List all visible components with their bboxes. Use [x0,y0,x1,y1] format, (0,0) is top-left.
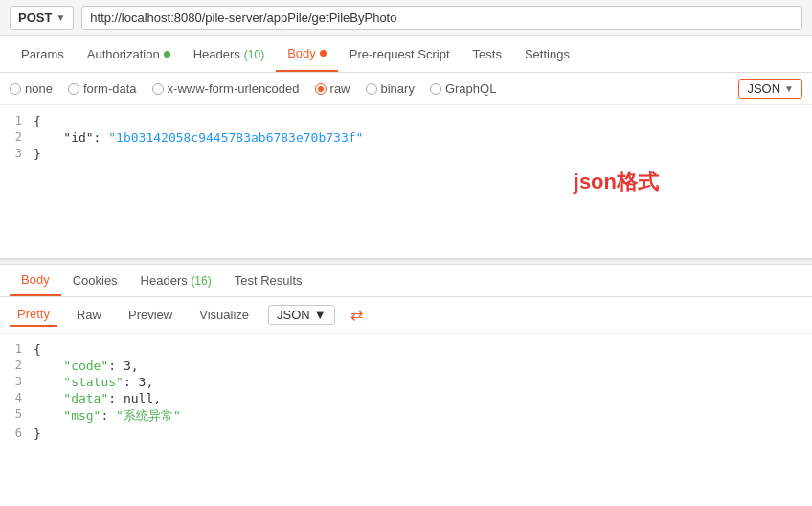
tab-settings[interactable]: Settings [513,37,581,71]
resp-line-content-2: "code": 3, [34,358,139,373]
tab-body-label: Body [287,46,316,60]
option-x-www-label: x-www-form-urlencoded [168,81,300,96]
resp-line-6: 6 } [0,426,812,442]
wrap-lines-icon[interactable]: ⇄ [350,306,363,324]
tab-authorization-label: Authorization [87,47,160,61]
resp-tab-pretty[interactable]: Pretty [10,303,57,327]
headers-count: (10) [244,48,264,61]
resp-tab-preview[interactable]: Preview [121,304,180,326]
tab-settings-label: Settings [525,47,570,61]
line-num-1: 1 [0,114,34,127]
request-body-editor[interactable]: 1 { 2 "id": "1b03142058c9445783ab6783e70… [0,105,812,259]
resp-line-content-1: { [34,342,41,356]
option-form-data[interactable]: form-data [68,81,137,96]
resp-colon-3: : [108,391,124,405]
json-format-label: JSON [747,81,780,96]
line-num-3: 3 [0,147,34,160]
json-format-chevron-icon: ▼ [784,83,794,94]
resp-line-num-1: 1 [0,342,34,356]
resp-line-num-2: 2 [0,358,34,372]
resp-val-data: null, [124,391,161,405]
tab-params-label: Params [21,47,64,61]
resp-line-num-4: 4 [0,391,34,404]
response-options-bar: Pretty Raw Preview Visualize JSON ▼ ⇄ [0,297,812,334]
resp-tab-visualize[interactable]: Visualize [192,304,257,326]
tab-params[interactable]: Params [10,37,76,71]
option-binary[interactable]: binary [366,81,415,96]
resp-key-data: "data" [34,391,108,405]
option-raw-label: raw [330,81,350,96]
resp-key-code: "code" [34,358,108,373]
radio-binary-icon [366,83,377,95]
response-tabs-bar: Body Cookies Headers (16) Test Results [0,264,812,297]
url-bar: POST ▼ [0,0,812,36]
request-tabs-bar: Params Authorization Headers (10) Body P… [0,36,812,73]
response-tab-cookies-label: Cookies [73,273,118,288]
option-binary-label: binary [381,81,415,96]
resp-tab-preview-label: Preview [128,308,172,322]
resp-key-msg: "msg" [34,408,101,423]
resp-colon-4: : [101,408,116,423]
response-json-chevron-icon: ▼ [314,308,327,322]
tab-pre-request[interactable]: Pre-request Script [338,37,462,71]
option-none[interactable]: none [10,81,53,96]
response-json-dropdown[interactable]: JSON ▼ [268,305,335,325]
resp-line-1: 1 { [0,341,812,357]
radio-raw-icon [315,83,327,95]
method-select[interactable]: POST ▼ [10,6,74,30]
resp-val-msg: "系统异常" [116,408,181,423]
radio-form-data-icon [68,83,79,95]
option-none-label: none [25,81,53,96]
resp-tab-pretty-label: Pretty [17,307,50,321]
resp-tab-visualize-label: Visualize [199,308,249,322]
radio-x-www-icon [152,83,164,95]
tab-body[interactable]: Body [276,36,338,72]
resp-line-3: 3 "status": 3, [0,374,812,390]
resp-val-status: 3, [139,375,154,389]
resp-tab-raw[interactable]: Raw [69,304,109,326]
tab-tests[interactable]: Tests [462,37,513,71]
resp-key-status: "status" [34,375,124,389]
request-line-3: 3 } [0,146,812,162]
resp-line-content-6: } [34,426,41,441]
option-raw[interactable]: raw [315,81,350,96]
line-content-3: } [34,147,41,161]
authorization-dot-icon [164,51,170,58]
url-input[interactable] [81,6,802,30]
response-tab-test-results[interactable]: Test Results [223,265,314,295]
resp-colon-2: : [124,375,139,389]
method-chevron-icon: ▼ [56,12,65,23]
option-graphql[interactable]: GraphQL [430,81,496,96]
request-line-1: 1 { [0,113,812,129]
response-tab-cookies[interactable]: Cookies [61,265,129,295]
response-body-editor: 1 { 2 "code": 3, 3 "status": 3, 4 "data"… [0,334,812,449]
tab-headers-label: Headers [193,47,240,61]
option-graphql-label: GraphQL [445,81,496,96]
resp-colon-1: : [108,358,124,373]
tab-tests-label: Tests [473,47,502,61]
tab-pre-request-label: Pre-request Script [350,47,450,61]
response-tab-body[interactable]: Body [10,264,61,296]
line-content-2: "id": "1b03142058c9445783ab6783e70b733f" [34,130,363,145]
response-headers-count: (16) [191,274,211,288]
option-x-www[interactable]: x-www-form-urlencoded [152,81,300,96]
response-tab-test-results-label: Test Results [235,273,303,288]
resp-val-code: 3, [124,358,139,373]
method-label: POST [18,11,52,25]
json-format-dropdown[interactable]: JSON ▼ [738,79,802,99]
request-key-id: "id": [34,130,108,145]
resp-line-content-4: "data": null, [34,391,161,405]
resp-line-num-5: 5 [0,407,34,421]
response-tab-headers[interactable]: Headers (16) [129,265,223,295]
resp-line-num-3: 3 [0,375,34,388]
body-dot-icon [320,50,327,57]
resp-line-4: 4 "data": null, [0,390,812,406]
option-form-data-label: form-data [83,81,137,96]
response-tab-body-label: Body [21,272,50,287]
request-line-2: 2 "id": "1b03142058c9445783ab6783e70b733… [0,129,812,146]
radio-none-icon [10,83,21,95]
resp-line-5: 5 "msg": "系统异常" [0,406,812,426]
tab-headers[interactable]: Headers (10) [182,37,276,71]
tab-authorization[interactable]: Authorization [76,37,182,71]
resp-line-content-3: "status": 3, [34,375,153,389]
